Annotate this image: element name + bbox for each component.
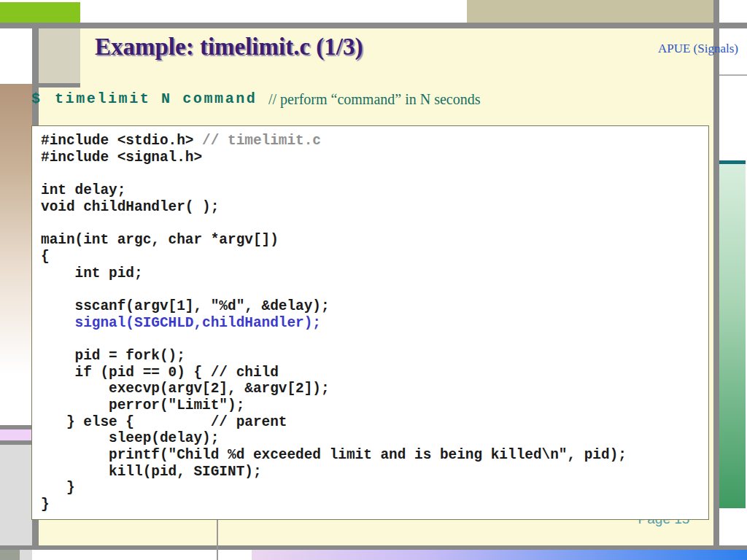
left-gradient-strip [0,84,32,425]
code-line: } [41,480,708,497]
code-line: { [41,249,708,265]
code-line: void childHandler( ); [41,199,708,216]
slide-title: Example: timelimit.c (1/3) [95,32,503,61]
code-line: signal(SIGCHLD,childHandler); [41,315,708,332]
bottom-left-block [0,550,20,560]
code-line: #include <signal.h> [41,149,708,166]
command-prompt: $ [31,90,42,107]
beige-square [39,28,80,83]
command-line: $ timelimit N command // perform “comman… [0,90,747,109]
slide-canvas: Example: timelimit.c (1/3) APUE (Signals… [0,0,747,560]
code-line: } [41,497,708,513]
beige-square-bottom-edge [32,83,80,88]
code-line: if (pid == 0) { // child [41,365,708,381]
right-rule-line [719,74,747,76]
bottom-gradient-bar [252,550,747,560]
bottom-divider-line [217,520,218,560]
command-text: timelimit N command [55,90,257,107]
code-line: execvp(argv[2], &argv[2]); [41,381,708,397]
code-listing: #include <stdio.h> // timelimit.c#includ… [32,126,708,513]
top-tan-block [467,0,713,23]
code-line: kill(pid, SIGINT); [41,464,708,481]
course-label: APUE (Signals) [605,42,738,56]
code-line: main(int argc, char *argv[]) [41,232,708,249]
green-gradient-column [719,164,746,508]
top-gray-bar [0,23,747,28]
code-line: int pid; [41,265,708,282]
left-gray-block [0,445,32,560]
code-line: #include <stdio.h> // timelimit.c [41,133,708,149]
code-line [41,215,708,232]
code-block: #include <stdio.h> // timelimit.c#includ… [31,125,709,520]
right-gray-bar [713,0,719,545]
code-line: int delay; [41,182,708,199]
code-line: } else { // parent [41,414,708,431]
code-line: printf("Child %d exceeded limit and is b… [41,447,708,464]
code-line: pid = fork(); [41,348,708,365]
code-line: sscanf(argv[1], "%d", &delay); [41,298,708,315]
code-line [41,331,708,348]
command-comment: // perform “command” in N seconds [268,91,480,108]
top-green-block [0,2,80,23]
code-line: perror("Limit"); [41,397,708,414]
lavender-strip [0,429,32,440]
code-line: sleep(delay); [41,430,708,447]
code-line [41,281,708,298]
code-line [41,166,708,182]
